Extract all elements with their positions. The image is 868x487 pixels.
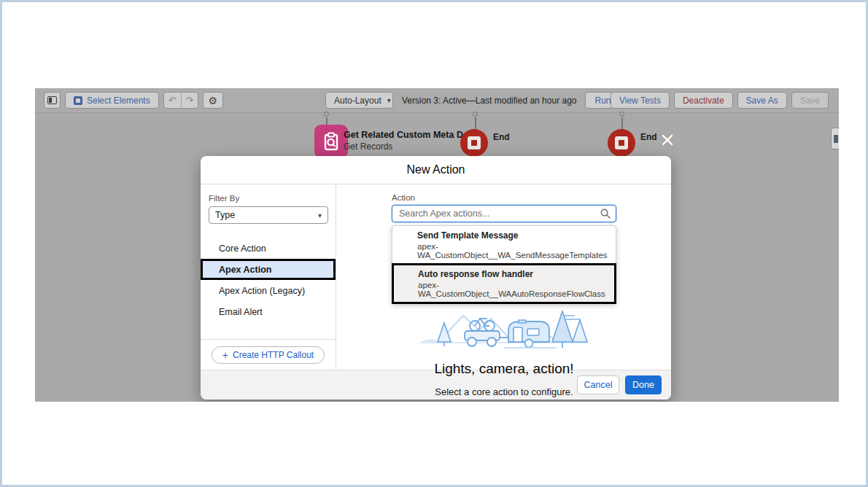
option-title: Auto response flow handler — [418, 269, 608, 279]
connector-stub — [619, 112, 624, 117]
option-send-template-message[interactable]: Send Template Message apex-WA_CustomObje… — [392, 226, 616, 264]
panel-toggle-icon — [834, 135, 838, 143]
select-elements-icon — [74, 96, 82, 105]
toggle-panel-button[interactable] — [44, 92, 61, 109]
option-api-name: apex-WA_CustomObject__WA_SendMessageTemp… — [417, 242, 608, 260]
node-title: Get Related Custom Meta Date — [344, 130, 476, 140]
option-title: Send Template Message — [417, 230, 608, 241]
done-button[interactable]: Done — [625, 375, 662, 394]
node-subtitle: Get Records — [344, 141, 476, 152]
deactivate-button[interactable]: Deactivate — [674, 92, 733, 109]
empty-state-title: Lights, camera, action! — [392, 361, 616, 377]
connector-stub — [324, 112, 329, 117]
end-node[interactable] — [608, 129, 635, 157]
filter-panel: Filter By Type ▾ Core Action Apex Action… — [201, 184, 336, 370]
filter-type-select[interactable]: Type ▾ — [209, 206, 328, 224]
version-status-text: Version 3: Active—Last modified an hour … — [402, 96, 576, 106]
action-search-results: Send Template Message apex-WA_CustomObje… — [392, 225, 616, 304]
empty-state-subtitle: Select a core action to configure. — [392, 386, 616, 397]
filter-by-label: Filter By — [209, 194, 336, 203]
gear-icon: ⚙ — [208, 95, 217, 106]
search-icon — [600, 209, 611, 219]
end-node-label: End — [493, 132, 510, 142]
list-item-apex-action-legacy[interactable]: Apex Action (Legacy) — [201, 280, 336, 301]
screenshot-page: Select Elements ↶ ↷ ⚙ Auto-Layout ▾ Vers… — [0, 0, 868, 487]
redo-icon: ↷ — [185, 95, 193, 106]
save-as-button[interactable]: Save As — [737, 92, 787, 109]
panel-icon — [47, 96, 57, 104]
flow-toolbar: Select Elements ↶ ↷ ⚙ Auto-Layout ▾ Vers… — [35, 88, 839, 113]
plus-icon: + — [222, 349, 228, 361]
right-panel-toggle[interactable] — [831, 128, 839, 149]
end-node-label: End — [640, 132, 657, 142]
modal-body: Filter By Type ▾ Core Action Apex Action… — [201, 184, 671, 370]
auto-layout-label: Auto-Layout — [334, 96, 381, 106]
list-item-apex-action[interactable]: Apex Action — [201, 259, 336, 280]
filter-type-value: Type — [215, 210, 235, 220]
create-http-callout-label: Create HTTP Callout — [233, 350, 314, 360]
action-panel: Action Send Template Message apex-WA_Cus… — [336, 184, 671, 370]
redo-button[interactable]: ↷ — [181, 93, 198, 108]
chevron-down-icon: ▾ — [318, 211, 322, 219]
modal-title: New Action — [406, 163, 465, 176]
create-http-callout-button[interactable]: + Create HTTP Callout — [212, 346, 325, 364]
settings-button[interactable]: ⚙ — [203, 92, 223, 109]
undo-redo-group: ↶ ↷ — [163, 92, 198, 109]
flow-builder-backdrop: Select Elements ↶ ↷ ⚙ Auto-Layout ▾ Vers… — [35, 88, 839, 402]
connector-stub — [473, 112, 478, 117]
select-elements-label: Select Elements — [87, 96, 150, 106]
undo-button[interactable]: ↶ — [164, 93, 181, 108]
list-item-core-action[interactable]: Core Action — [201, 238, 336, 259]
action-label: Action — [392, 193, 616, 202]
toolbar-right-group: View Tests Deactivate Save As Save — [611, 92, 829, 109]
end-icon — [615, 136, 628, 149]
filter-panel-footer: + Create HTTP Callout — [201, 339, 336, 370]
list-item-email-alert[interactable]: Email Alert — [201, 301, 336, 322]
modal-close-button[interactable] — [661, 133, 675, 148]
auto-layout-select[interactable]: Auto-Layout ▾ — [325, 92, 393, 109]
empty-state: Lights, camera, action! Select a core ac… — [392, 304, 616, 397]
close-icon — [661, 133, 674, 147]
select-elements-button[interactable]: Select Elements — [65, 92, 159, 109]
new-action-modal: New Action Filter By Type ▾ Core Action … — [201, 156, 671, 400]
end-icon — [468, 136, 481, 149]
option-auto-response-flow-handler[interactable]: Auto response flow handler apex-WA_Custo… — [392, 263, 616, 304]
get-records-icon — [322, 132, 341, 151]
toolbar-left-group: Select Elements ↶ ↷ ⚙ — [44, 92, 223, 109]
end-node[interactable] — [460, 129, 488, 157]
option-api-name: apex-WA_CustomObject__WAAutoResponseFlow… — [418, 281, 608, 298]
view-tests-button[interactable]: View Tests — [611, 92, 670, 109]
get-records-label: Get Related Custom Meta Date Get Records — [344, 130, 476, 152]
action-search — [392, 205, 616, 222]
connector-line — [326, 117, 328, 125]
chevron-down-icon: ▾ — [387, 96, 391, 104]
camping-illustration — [418, 310, 590, 351]
modal-header: New Action — [201, 156, 671, 184]
action-type-list: Core Action Apex Action Apex Action (Leg… — [201, 238, 336, 322]
save-button[interactable]: Save — [791, 92, 829, 109]
undo-icon: ↶ — [168, 95, 177, 106]
action-search-input[interactable] — [392, 205, 616, 222]
